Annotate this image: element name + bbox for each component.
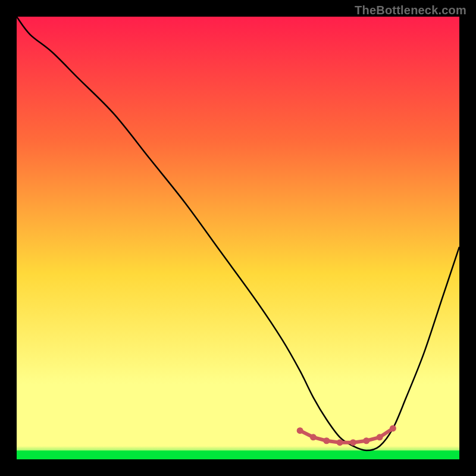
marker-dot: [377, 434, 383, 440]
green-bottom-band: [17, 450, 459, 459]
marker-dot: [297, 427, 303, 434]
bottleneck-chart: [17, 17, 459, 459]
marker-dot: [363, 437, 369, 444]
marker-dot: [350, 439, 356, 446]
marker-dot: [337, 439, 343, 446]
chart-svg: [17, 17, 459, 459]
marker-dot: [310, 434, 317, 440]
marker-dot: [323, 437, 330, 444]
marker-dot: [390, 425, 396, 431]
watermark-text: TheBottleneck.com: [355, 4, 466, 17]
